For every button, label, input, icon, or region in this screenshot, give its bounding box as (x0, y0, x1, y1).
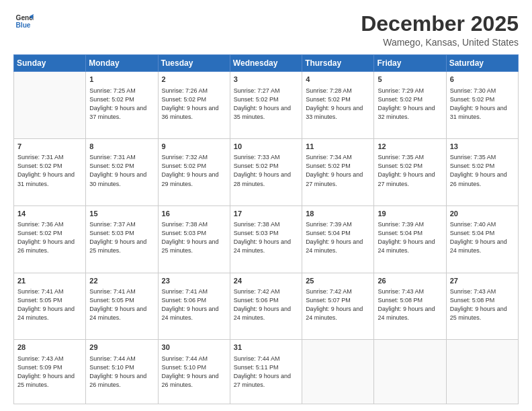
day-number: 13 (450, 142, 515, 152)
day-number: 4 (306, 75, 370, 85)
table-row (374, 340, 446, 404)
day-number: 8 (89, 142, 154, 152)
day-number: 16 (162, 209, 226, 219)
day-number: 11 (306, 142, 370, 152)
cell-info: Sunrise: 7:26 AM Sunset: 5:02 PM Dayligh… (162, 87, 226, 122)
svg-text:Blue: Blue (16, 21, 31, 29)
table-row: 10Sunrise: 7:33 AM Sunset: 5:02 PM Dayli… (230, 138, 302, 205)
day-number: 18 (306, 209, 370, 219)
cell-info: Sunrise: 7:42 AM Sunset: 5:07 PM Dayligh… (306, 287, 370, 322)
day-number: 14 (17, 209, 82, 219)
page: General Blue December 2025 Wamego, Kansa… (0, 0, 532, 411)
table-row: 23Sunrise: 7:41 AM Sunset: 5:06 PM Dayli… (158, 273, 230, 340)
col-friday: Friday (374, 55, 446, 72)
table-row: 14Sunrise: 7:36 AM Sunset: 5:02 PM Dayli… (14, 205, 86, 273)
col-thursday: Thursday (302, 55, 374, 72)
day-number: 15 (89, 209, 154, 219)
cell-info: Sunrise: 7:40 AM Sunset: 5:04 PM Dayligh… (450, 220, 515, 255)
table-row: 30Sunrise: 7:44 AM Sunset: 5:10 PM Dayli… (158, 340, 230, 404)
table-row: 6Sunrise: 7:30 AM Sunset: 5:02 PM Daylig… (446, 72, 518, 139)
table-row: 16Sunrise: 7:38 AM Sunset: 5:03 PM Dayli… (158, 205, 230, 273)
day-number: 12 (378, 142, 442, 152)
table-row: 12Sunrise: 7:35 AM Sunset: 5:02 PM Dayli… (374, 138, 446, 205)
table-row: 22Sunrise: 7:41 AM Sunset: 5:05 PM Dayli… (86, 273, 158, 340)
cell-info: Sunrise: 7:31 AM Sunset: 5:02 PM Dayligh… (17, 153, 82, 188)
table-row: 19Sunrise: 7:39 AM Sunset: 5:04 PM Dayli… (374, 205, 446, 273)
day-number: 30 (162, 342, 226, 353)
cell-info: Sunrise: 7:36 AM Sunset: 5:02 PM Dayligh… (17, 220, 82, 255)
table-row: 21Sunrise: 7:41 AM Sunset: 5:05 PM Dayli… (14, 273, 86, 340)
cell-info: Sunrise: 7:44 AM Sunset: 5:11 PM Dayligh… (234, 355, 298, 390)
cell-info: Sunrise: 7:28 AM Sunset: 5:02 PM Dayligh… (306, 87, 370, 122)
cell-info: Sunrise: 7:27 AM Sunset: 5:02 PM Dayligh… (234, 87, 298, 122)
table-row: 7Sunrise: 7:31 AM Sunset: 5:02 PM Daylig… (14, 138, 86, 205)
cell-info: Sunrise: 7:41 AM Sunset: 5:06 PM Dayligh… (162, 287, 226, 322)
cell-info: Sunrise: 7:44 AM Sunset: 5:10 PM Dayligh… (89, 355, 154, 390)
cell-info: Sunrise: 7:31 AM Sunset: 5:02 PM Dayligh… (89, 153, 154, 188)
table-row: 15Sunrise: 7:37 AM Sunset: 5:03 PM Dayli… (86, 205, 158, 273)
table-row: 29Sunrise: 7:44 AM Sunset: 5:10 PM Dayli… (86, 340, 158, 404)
day-number: 23 (162, 276, 226, 286)
table-row: 2Sunrise: 7:26 AM Sunset: 5:02 PM Daylig… (158, 72, 230, 139)
location-title: Wamego, Kansas, United States (361, 37, 519, 48)
calendar-table: Sunday Monday Tuesday Wednesday Thursday… (13, 54, 519, 404)
title-block: December 2025 Wamego, Kansas, United Sta… (361, 12, 519, 48)
logo-icon: General Blue (15, 12, 34, 31)
col-tuesday: Tuesday (158, 55, 230, 72)
day-number: 1 (89, 75, 154, 85)
cell-info: Sunrise: 7:25 AM Sunset: 5:02 PM Dayligh… (89, 87, 154, 122)
table-row: 20Sunrise: 7:40 AM Sunset: 5:04 PM Dayli… (446, 205, 518, 273)
cell-info: Sunrise: 7:35 AM Sunset: 5:02 PM Dayligh… (378, 153, 442, 188)
col-saturday: Saturday (446, 55, 518, 72)
cell-info: Sunrise: 7:41 AM Sunset: 5:05 PM Dayligh… (89, 287, 154, 322)
table-row (446, 340, 518, 404)
cell-info: Sunrise: 7:38 AM Sunset: 5:03 PM Dayligh… (234, 220, 298, 255)
cell-info: Sunrise: 7:34 AM Sunset: 5:02 PM Dayligh… (306, 153, 370, 188)
day-number: 22 (89, 276, 154, 286)
day-number: 26 (378, 276, 442, 286)
cell-info: Sunrise: 7:44 AM Sunset: 5:10 PM Dayligh… (162, 355, 226, 390)
cell-info: Sunrise: 7:33 AM Sunset: 5:02 PM Dayligh… (234, 153, 298, 188)
day-number: 2 (162, 75, 226, 85)
cell-info: Sunrise: 7:43 AM Sunset: 5:08 PM Dayligh… (450, 287, 515, 322)
table-row: 3Sunrise: 7:27 AM Sunset: 5:02 PM Daylig… (230, 72, 302, 139)
day-number: 17 (234, 209, 298, 219)
cell-info: Sunrise: 7:38 AM Sunset: 5:03 PM Dayligh… (162, 220, 226, 255)
header: General Blue December 2025 Wamego, Kansa… (13, 12, 519, 48)
cell-info: Sunrise: 7:30 AM Sunset: 5:02 PM Dayligh… (450, 87, 515, 122)
day-number: 6 (450, 75, 515, 85)
col-monday: Monday (86, 55, 158, 72)
table-row: 26Sunrise: 7:43 AM Sunset: 5:08 PM Dayli… (374, 273, 446, 340)
table-row: 13Sunrise: 7:35 AM Sunset: 5:02 PM Dayli… (446, 138, 518, 205)
table-row: 17Sunrise: 7:38 AM Sunset: 5:03 PM Dayli… (230, 205, 302, 273)
cell-info: Sunrise: 7:29 AM Sunset: 5:02 PM Dayligh… (378, 87, 442, 122)
day-number: 5 (378, 75, 442, 85)
day-number: 31 (234, 342, 298, 353)
table-row: 28Sunrise: 7:43 AM Sunset: 5:09 PM Dayli… (14, 340, 86, 404)
day-number: 7 (17, 142, 82, 152)
day-number: 27 (450, 276, 515, 286)
day-number: 3 (234, 75, 298, 85)
table-row: 25Sunrise: 7:42 AM Sunset: 5:07 PM Dayli… (302, 273, 374, 340)
table-row: 5Sunrise: 7:29 AM Sunset: 5:02 PM Daylig… (374, 72, 446, 139)
cell-info: Sunrise: 7:39 AM Sunset: 5:04 PM Dayligh… (378, 220, 442, 255)
cell-info: Sunrise: 7:32 AM Sunset: 5:02 PM Dayligh… (162, 153, 226, 188)
cell-info: Sunrise: 7:43 AM Sunset: 5:08 PM Dayligh… (378, 287, 442, 322)
table-row: 18Sunrise: 7:39 AM Sunset: 5:04 PM Dayli… (302, 205, 374, 273)
table-row: 4Sunrise: 7:28 AM Sunset: 5:02 PM Daylig… (302, 72, 374, 139)
day-number: 28 (17, 342, 82, 353)
day-number: 25 (306, 276, 370, 286)
cell-info: Sunrise: 7:41 AM Sunset: 5:05 PM Dayligh… (17, 287, 82, 322)
day-number: 21 (17, 276, 82, 286)
cell-info: Sunrise: 7:35 AM Sunset: 5:02 PM Dayligh… (450, 153, 515, 188)
cell-info: Sunrise: 7:37 AM Sunset: 5:03 PM Dayligh… (89, 220, 154, 255)
table-row (302, 340, 374, 404)
table-row: 11Sunrise: 7:34 AM Sunset: 5:02 PM Dayli… (302, 138, 374, 205)
col-sunday: Sunday (14, 55, 86, 72)
day-number: 19 (378, 209, 442, 219)
day-number: 9 (162, 142, 226, 152)
month-title: December 2025 (361, 12, 519, 36)
table-row: 27Sunrise: 7:43 AM Sunset: 5:08 PM Dayli… (446, 273, 518, 340)
day-number: 29 (89, 342, 154, 353)
cell-info: Sunrise: 7:39 AM Sunset: 5:04 PM Dayligh… (306, 220, 370, 255)
